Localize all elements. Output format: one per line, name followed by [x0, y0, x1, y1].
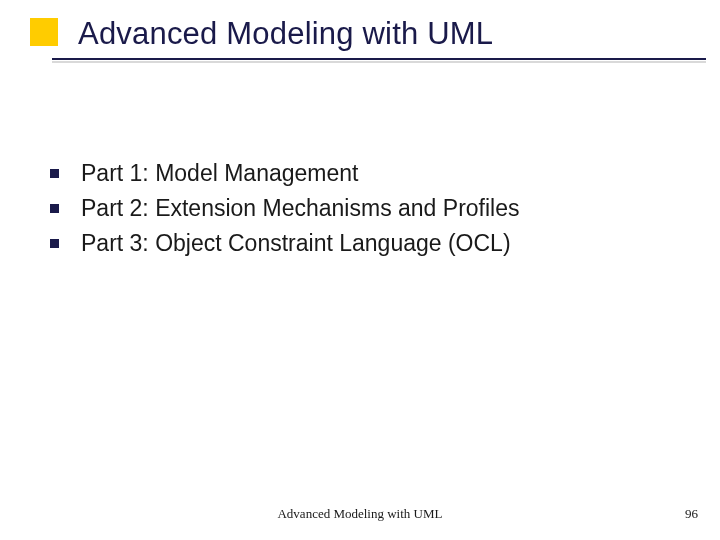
bullet-icon [50, 239, 59, 248]
bullet-text: Part 1: Model Management [81, 160, 358, 187]
footer-page-number: 96 [685, 506, 698, 522]
slide-title: Advanced Modeling with UML [78, 16, 700, 52]
title-underline-shadow [52, 61, 706, 63]
bullet-text: Part 3: Object Constraint Language (OCL) [81, 230, 511, 257]
footer-title: Advanced Modeling with UML [0, 506, 720, 522]
bullet-icon [50, 204, 59, 213]
list-item: Part 3: Object Constraint Language (OCL) [50, 230, 700, 257]
title-accent-square [30, 18, 58, 46]
content-area: Part 1: Model Management Part 2: Extensi… [50, 160, 700, 265]
title-container: Advanced Modeling with UML [78, 16, 700, 52]
list-item: Part 1: Model Management [50, 160, 700, 187]
title-underline [52, 58, 706, 60]
footer: Advanced Modeling with UML 96 [0, 506, 720, 526]
bullet-icon [50, 169, 59, 178]
list-item: Part 2: Extension Mechanisms and Profile… [50, 195, 700, 222]
bullet-text: Part 2: Extension Mechanisms and Profile… [81, 195, 519, 222]
